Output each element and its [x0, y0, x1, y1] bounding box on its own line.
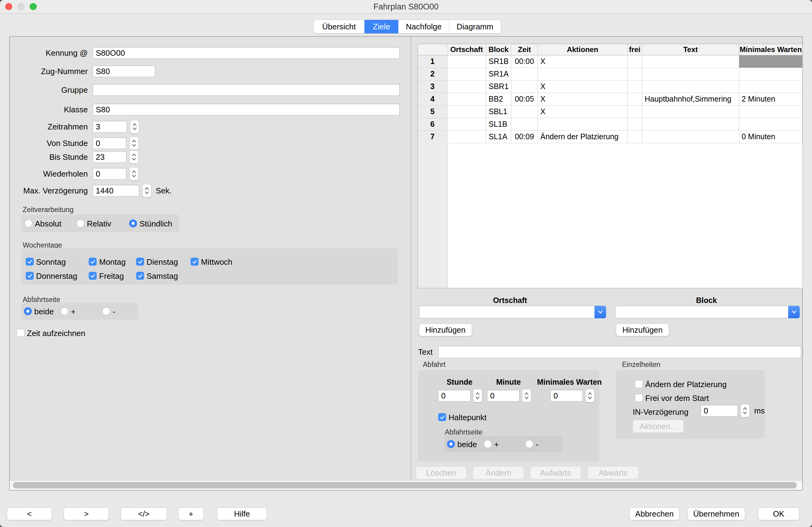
column-header-frei[interactable]: frei [627, 44, 642, 55]
field-zug-nummer-input[interactable]: S80 [93, 66, 155, 77]
next-button[interactable]: > [64, 508, 109, 520]
cell-num[interactable]: 2 [418, 68, 447, 80]
table-row[interactable]: 5SBL1X [418, 105, 802, 118]
cell-zeit[interactable]: 00:00 [511, 55, 538, 68]
cell-text[interactable] [642, 105, 739, 118]
cell-block[interactable]: SR1B [486, 55, 511, 68]
cell-warten[interactable] [739, 81, 802, 93]
checkbox-samstag[interactable] [136, 272, 144, 280]
cell-warten[interactable]: 2 Minuten [739, 93, 802, 105]
cell-warten[interactable] [739, 118, 802, 130]
cell-zeit[interactable]: 00:09 [511, 131, 538, 143]
field-max-verz-gerung-stepper[interactable] [142, 184, 151, 197]
table-row[interactable]: 6SL1B [418, 118, 802, 131]
field-gruppe-input[interactable] [93, 84, 400, 96]
field-von-stunde-input[interactable]: 0 [93, 138, 126, 149]
aufw-rts-button[interactable]: Aufwärts [530, 466, 581, 479]
cell-block[interactable]: SL1A [486, 131, 511, 143]
cell-frei[interactable] [627, 118, 642, 130]
field-wiederholen-stepper[interactable] [129, 167, 139, 181]
abfahrt-abfahrtseite-radio-beide[interactable] [447, 440, 455, 448]
cell-aktionen[interactable]: X [538, 81, 627, 93]
cell-zeit[interactable] [511, 68, 538, 80]
cell-num[interactable]: 3 [418, 81, 447, 93]
cell-warten[interactable] [739, 68, 802, 80]
abfahrtseite-radio-blank[interactable] [61, 307, 69, 315]
cell-frei[interactable] [627, 105, 642, 118]
field-zeitrahmen-stepper[interactable] [130, 120, 139, 133]
ndern-button[interactable]: Ändern [473, 466, 524, 479]
radio-st-ndlich[interactable] [129, 219, 137, 227]
abfahrt-abfahrtseite-radio-blank[interactable] [484, 440, 492, 448]
field-bis-stunde-input[interactable]: 23 [93, 151, 126, 163]
cell-text[interactable] [642, 55, 739, 68]
ok-button[interactable]: OK [758, 508, 799, 520]
cell-text[interactable] [642, 81, 739, 93]
abfahrtseite-radio-blank[interactable] [102, 307, 110, 315]
cell-aktionen[interactable] [538, 68, 627, 80]
cell-ortschaft[interactable] [447, 68, 486, 80]
field-von-stunde-stepper[interactable] [129, 137, 139, 150]
field-bis-stunde-stepper[interactable] [129, 150, 139, 164]
cell-frei[interactable] [627, 55, 642, 68]
prev-button[interactable]: < [7, 508, 52, 520]
column-header-text[interactable]: Text [642, 44, 739, 55]
table-row[interactable]: 4BB200:05XHauptbahnhof,Simmering2 Minute… [418, 93, 802, 105]
tab-nachfolge[interactable]: Nachfolge [398, 20, 449, 33]
uebernehmen-button[interactable]: Übernehmen [687, 508, 745, 520]
radio-absolut[interactable] [25, 219, 32, 227]
cell-block[interactable]: SBR1 [486, 81, 511, 93]
column-header-block[interactable]: Block [486, 44, 511, 55]
cell-text[interactable] [642, 68, 739, 80]
code-button[interactable]: </> [120, 508, 167, 520]
cell-frei[interactable] [627, 81, 642, 93]
cell-ortschaft[interactable] [447, 118, 486, 130]
cell-aktionen[interactable]: X [538, 93, 627, 105]
abw-rts-button[interactable]: Abwärts [588, 466, 639, 479]
cell-frei[interactable] [627, 93, 642, 105]
cell-aktionen[interactable] [538, 118, 627, 130]
ortschaft-combobox[interactable] [419, 306, 606, 318]
cell-zeit[interactable] [511, 118, 538, 130]
cell-block[interactable]: SBL1 [486, 105, 511, 118]
cell-aktionen[interactable]: X [538, 55, 627, 68]
cell-warten[interactable] [739, 105, 802, 118]
cell-text[interactable] [642, 131, 739, 143]
cell-zeit[interactable] [511, 81, 538, 93]
minute-stepper[interactable] [522, 389, 531, 402]
cell-aktionen[interactable]: Ändern der Platzierung [538, 131, 627, 143]
abbrechen-button[interactable]: Abbrechen [629, 508, 680, 520]
cell-ortschaft[interactable] [447, 105, 486, 118]
l-schen-button[interactable]: Löschen [416, 466, 467, 479]
cell-frei[interactable] [627, 68, 642, 80]
column-header-aktionen[interactable]: Aktionen [538, 44, 627, 55]
minute-input[interactable]: 0 [487, 390, 520, 401]
abfahrtseite-radio-beide[interactable] [24, 307, 32, 315]
aktionen-button[interactable]: Aktionen... [633, 420, 684, 433]
block-combobox[interactable] [615, 306, 800, 318]
cell-text[interactable] [642, 118, 739, 130]
tab-ziele[interactable]: Ziele [364, 20, 398, 33]
checkbox-frei-vor-dem-start[interactable] [635, 394, 643, 402]
field-kennung-input[interactable]: S80O00 [93, 47, 400, 59]
radio-relativ[interactable] [76, 219, 85, 227]
cell-num[interactable]: 4 [418, 93, 447, 105]
checkbox-dienstag[interactable] [136, 258, 144, 266]
cell-ortschaft[interactable] [447, 81, 486, 93]
stunde-stepper[interactable] [473, 389, 482, 402]
cell-block[interactable]: SR1A [486, 68, 511, 80]
field-wiederholen-input[interactable]: 0 [93, 168, 126, 180]
checkbox-ndern-der-platzierung[interactable] [635, 380, 643, 388]
cell-frei[interactable] [627, 131, 642, 143]
cell-num[interactable]: 5 [418, 105, 447, 118]
cell-warten[interactable] [739, 55, 802, 68]
table-row[interactable]: 1SR1B00:00X [418, 55, 802, 68]
checkbox-montag[interactable] [89, 258, 97, 266]
hilfe-button[interactable]: Hilfe [217, 508, 267, 520]
zeit-aufzeichnen-checkbox[interactable] [16, 329, 25, 337]
column-header-minimales-warten[interactable]: Minimales Warten [739, 44, 802, 55]
field-klasse-input[interactable]: S80 [93, 104, 400, 115]
checkbox-mittwoch[interactable] [191, 258, 199, 266]
cell-num[interactable]: 6 [418, 118, 447, 130]
tab-diagramm[interactable]: Diagramm [449, 20, 501, 33]
